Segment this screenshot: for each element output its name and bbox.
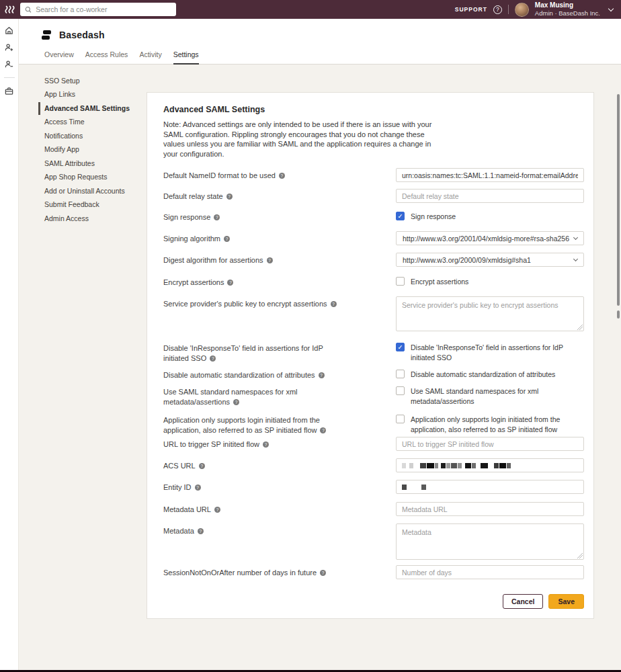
session-days-input[interactable] [396, 565, 584, 579]
field-label: ACS URL? [163, 458, 396, 472]
help-icon[interactable]: ? [267, 257, 273, 263]
tab-activity[interactable]: Activity [139, 50, 161, 65]
metadata-url-input[interactable] [396, 502, 584, 516]
search-input[interactable] [36, 5, 171, 13]
help-icon[interactable]: ? [224, 236, 230, 242]
form-row: Sign response? Sign response [163, 210, 584, 222]
digest-algorithm-select[interactable]: http://www.w3.org/2000/09/xmldsig#sha1 [396, 253, 584, 267]
field-label: Digest algorithm for assertions? [163, 253, 396, 267]
field-label: Disable automatic standardization of att… [163, 368, 396, 380]
checkbox-icon [396, 212, 405, 220]
help-icon[interactable]: ? [226, 194, 233, 200]
field-label: Entity ID? [163, 480, 396, 494]
nav-item-admin-access[interactable]: Admin Access [44, 212, 145, 226]
user-menu[interactable]: Max Musing Admin · BaseDash Inc. [535, 1, 600, 17]
nav-item-app-links[interactable]: App Links [44, 88, 145, 102]
nav-item-app-shop-requests[interactable]: App Shop Requests [44, 171, 145, 185]
coworker-search[interactable] [20, 3, 176, 16]
metadata-textarea[interactable] [396, 523, 584, 560]
help-circle-icon[interactable]: ? [493, 5, 502, 14]
field-label: Application only supports login initiate… [163, 413, 396, 435]
home-icon[interactable] [4, 26, 14, 36]
field-label: Service provider's public key to encrypt… [163, 296, 396, 331]
help-icon[interactable]: ? [320, 427, 326, 433]
nav-item-access-time[interactable]: Access Time [44, 116, 145, 130]
app-title: Basedash [59, 30, 105, 40]
disable-inresponseto-checkbox[interactable]: Disable 'InResponseTo' field in assertio… [396, 341, 584, 363]
field-label: Default relay state? [163, 189, 396, 203]
help-icon[interactable]: ? [198, 528, 204, 534]
divider [508, 5, 509, 14]
left-icon-rail [0, 19, 19, 672]
field-label: Default NameID format to be used? [163, 168, 396, 182]
tab-overview[interactable]: Overview [44, 50, 74, 65]
field-label: SessionNotOnOrAfter number of days in fu… [163, 565, 396, 579]
nav-item-notifications[interactable]: Notifications [44, 129, 145, 143]
cancel-button[interactable]: Cancel [503, 594, 543, 609]
nav-item-saml-attributes[interactable]: SAML Attributes [44, 157, 145, 171]
briefcase-icon[interactable] [4, 86, 14, 96]
divider [4, 77, 15, 78]
help-icon[interactable]: ? [320, 570, 326, 576]
form-row: URL to trigger SP initited flow? [163, 437, 584, 451]
acs-url-input[interactable] [396, 458, 584, 472]
chevron-down-icon[interactable] [608, 5, 614, 11]
add-user-icon[interactable] [4, 42, 14, 52]
help-icon[interactable]: ? [214, 507, 220, 513]
help-icon[interactable]: ? [210, 355, 216, 362]
nav-item-sso-setup[interactable]: SSO Setup [44, 74, 145, 88]
tab-access-rules[interactable]: Access Rules [85, 50, 128, 65]
help-icon[interactable]: ? [214, 214, 220, 220]
resize-grip-icon[interactable] [577, 553, 583, 558]
top-bar: SUPPORT ? Max Musing Admin · BaseDash In… [0, 0, 621, 19]
nav-item-advanced-saml-settings[interactable]: Advanced SAML Settings [44, 101, 145, 116]
default-relay-state-input[interactable] [396, 189, 584, 203]
support-link[interactable]: SUPPORT [455, 6, 487, 13]
form-row: Encrypt assertions? Encrypt assertions [163, 275, 584, 288]
sp-flow-url-input[interactable] [396, 437, 584, 451]
help-icon[interactable]: ? [233, 399, 239, 405]
help-icon[interactable]: ? [319, 372, 325, 378]
user-avatar[interactable] [515, 3, 529, 17]
sp-initiated-only-checkbox[interactable]: Application only supports login initiate… [396, 413, 584, 435]
form-row: Use SAML standard namespaces for xml met… [163, 384, 584, 407]
form-row: Service provider's public key to encrypt… [163, 296, 584, 331]
nameid-format-input[interactable] [396, 168, 584, 182]
panel-note: Note: Advanced settings are only intende… [163, 120, 444, 159]
help-icon[interactable]: ? [279, 173, 285, 179]
help-icon[interactable]: ? [199, 463, 205, 469]
nav-item-submit-feedback[interactable]: Submit Feedback [44, 198, 145, 212]
help-icon[interactable]: ? [195, 485, 201, 491]
save-button[interactable]: Save [548, 594, 584, 609]
chevron-down-icon [573, 257, 578, 261]
form-row: Metadata URL? [163, 502, 584, 516]
sign-response-checkbox[interactable]: Sign response [396, 210, 584, 222]
checkbox-icon [396, 343, 405, 351]
signing-algorithm-select[interactable]: http://www.w3.org/2001/04/xmldsig-more#r… [396, 231, 584, 245]
app-tabs: Overview Access Rules Activity Settings [44, 50, 199, 65]
field-label: Metadata? [163, 523, 396, 560]
panel-title: Advanced SAML Settings [163, 105, 584, 114]
help-icon[interactable]: ? [331, 301, 337, 307]
nav-item-add-uninstall-accounts[interactable]: Add or Uninstall Accounts [44, 184, 145, 198]
sp-public-key-textarea[interactable] [396, 296, 584, 331]
help-icon[interactable]: ? [263, 442, 269, 448]
form-row: Signing algorithm? http://www.w3.org/200… [163, 231, 584, 245]
nav-item-modify-app[interactable]: Modify App [44, 143, 145, 157]
form-row: SessionNotOnOrAfter number of days in fu… [163, 565, 584, 579]
field-label: URL to trigger SP initited flow? [163, 437, 396, 451]
disable-standardization-checkbox[interactable]: Disable automatic standardization of att… [396, 368, 584, 380]
remove-user-icon[interactable] [4, 59, 14, 69]
saml-namespaces-checkbox[interactable]: Use SAML standard namespaces for xml met… [396, 384, 584, 407]
rippling-logo-icon[interactable] [0, 4, 20, 15]
encrypt-assertions-checkbox[interactable]: Encrypt assertions [396, 275, 584, 287]
form-row: Disable 'InResponseTo' field in assertio… [163, 341, 584, 364]
tab-settings[interactable]: Settings [173, 50, 199, 65]
form-row: Default relay state? [163, 189, 584, 203]
scrollbar-thumb[interactable] [617, 310, 620, 319]
resize-grip-icon[interactable] [577, 325, 583, 330]
checkbox-icon [396, 415, 405, 423]
entity-id-input[interactable] [396, 480, 584, 494]
help-icon[interactable]: ? [227, 280, 233, 286]
scrollbar-thumb[interactable] [617, 94, 620, 306]
